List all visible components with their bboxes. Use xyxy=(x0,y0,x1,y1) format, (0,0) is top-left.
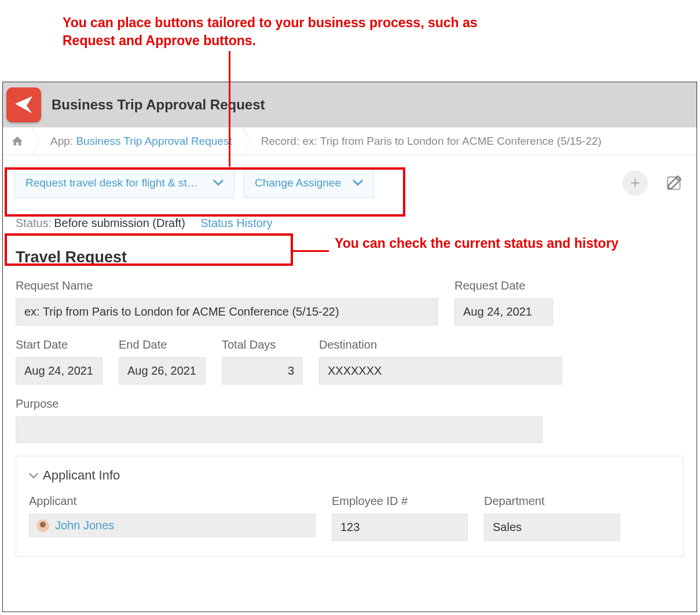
department-value: Sales xyxy=(484,514,620,541)
annotation-line xyxy=(229,51,230,167)
destination-label: Destination xyxy=(319,338,562,352)
start-date-label: Start Date xyxy=(16,338,102,352)
breadcrumb-separator xyxy=(32,127,40,155)
employee-id-value: 123 xyxy=(332,514,468,541)
plus-icon: + xyxy=(630,173,640,193)
applicant-chip[interactable]: John Jones xyxy=(29,514,316,537)
employee-id-label: Employee ID # xyxy=(332,495,468,508)
applicant-label: Applicant xyxy=(29,495,316,508)
breadcrumb: App: Business Trip Approval Request Reco… xyxy=(3,127,697,155)
request-travel-desk-button[interactable]: Request travel desk for flight & sta… xyxy=(14,168,234,198)
applicant-info-group: Applicant Info Applicant John Jones Empl… xyxy=(16,456,684,557)
avatar xyxy=(36,519,49,532)
button-label: Request travel desk for flight & sta… xyxy=(25,177,201,189)
total-days-label: Total Days xyxy=(222,338,303,352)
status-label: Status: xyxy=(16,217,52,230)
add-button[interactable]: + xyxy=(622,170,648,196)
annotation-status: You can check the current status and his… xyxy=(335,235,636,252)
pencil-icon xyxy=(665,173,684,192)
breadcrumb-separator xyxy=(243,127,251,155)
chevron-down-icon xyxy=(213,177,223,189)
purpose-label: Purpose xyxy=(16,397,543,411)
total-days-value: 3 xyxy=(222,357,303,385)
chevron-down-icon xyxy=(29,468,38,483)
request-date-label: Request Date xyxy=(455,279,553,292)
app-header: Business Trip Approval Request xyxy=(3,82,697,127)
chevron-down-icon xyxy=(353,177,363,189)
applicant-info-header[interactable]: Applicant Info xyxy=(29,468,670,483)
app-title: Business Trip Approval Request xyxy=(52,97,265,113)
status-value: Before submission (Draft) xyxy=(54,217,185,230)
department-label: Department xyxy=(484,495,620,508)
destination-value: XXXXXXX xyxy=(319,357,562,385)
breadcrumb-app: App: Business Trip Approval Request xyxy=(40,135,243,148)
app-window: Business Trip Approval Request App: Busi… xyxy=(2,82,697,612)
change-assignee-button[interactable]: Change Assignee xyxy=(244,168,374,198)
annotation-line xyxy=(293,250,329,252)
breadcrumb-app-link[interactable]: Business Trip Approval Request xyxy=(76,135,232,147)
applicant-name-link[interactable]: John Jones xyxy=(55,519,114,532)
end-date-value: Aug 26, 2021 xyxy=(119,357,206,385)
home-icon[interactable] xyxy=(3,127,32,155)
toolbar: Request travel desk for flight & sta… Ch… xyxy=(3,155,697,211)
status-history-link[interactable]: Status History xyxy=(200,217,272,230)
purpose-value xyxy=(16,416,543,443)
status-row: Status: Before submission (Draft) Status… xyxy=(3,211,697,238)
group-title: Applicant Info xyxy=(43,468,120,483)
button-label: Change Assignee xyxy=(255,177,341,189)
app-icon xyxy=(6,87,41,122)
request-name-value: ex: Trip from Paris to London for ACME C… xyxy=(16,298,438,325)
annotation-buttons: You can place buttons tailored to your b… xyxy=(63,14,503,50)
end-date-label: End Date xyxy=(119,338,206,352)
request-name-label: Request Name xyxy=(16,279,438,292)
breadcrumb-app-prefix: App: xyxy=(50,135,76,147)
form-content: Travel Request Request Name ex: Trip fro… xyxy=(3,238,697,560)
breadcrumb-record: Record: ex: Trip from Paris to London fo… xyxy=(251,135,612,148)
edit-button[interactable] xyxy=(665,173,685,193)
start-date-value: Aug 24, 2021 xyxy=(16,357,102,385)
request-date-value: Aug 24, 2021 xyxy=(455,298,553,325)
